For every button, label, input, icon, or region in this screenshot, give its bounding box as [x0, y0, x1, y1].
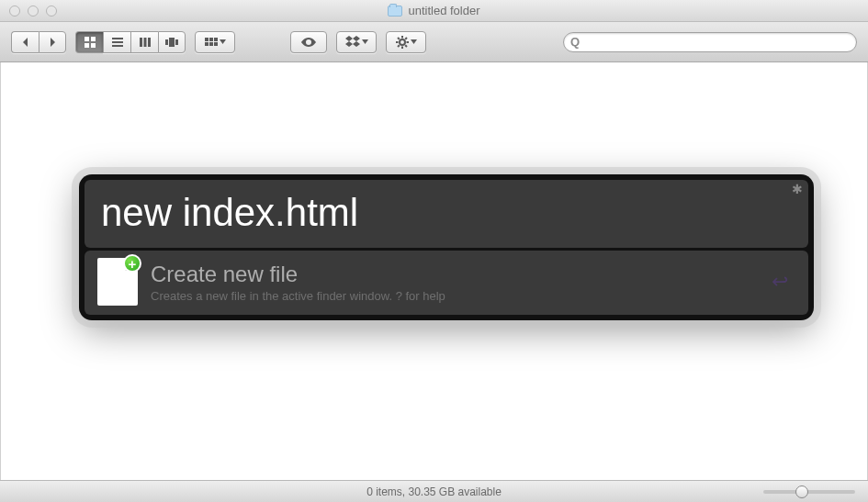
- svg-line-25: [405, 45, 407, 47]
- svg-rect-14: [209, 38, 213, 41]
- svg-rect-0: [85, 37, 89, 41]
- plus-badge-icon: +: [123, 254, 141, 273]
- svg-rect-4: [112, 38, 123, 39]
- svg-rect-3: [91, 43, 96, 48]
- action-button[interactable]: [386, 31, 426, 53]
- window-title-wrap: untitled folder: [0, 4, 868, 17]
- minimize-window-button[interactable]: [28, 6, 39, 17]
- window-titlebar: untitled folder: [0, 0, 868, 22]
- folder-icon: [388, 6, 402, 17]
- dropbox-icon: [345, 36, 360, 49]
- file-icon: +: [97, 258, 138, 306]
- svg-rect-11: [169, 38, 175, 47]
- svg-rect-17: [209, 42, 213, 46]
- dropbox-button[interactable]: [336, 31, 377, 53]
- status-bar: 0 items, 30.35 GB available: [0, 480, 868, 502]
- launcher-result[interactable]: + Create new file Creates a new file in …: [85, 251, 808, 315]
- search-wrap: Q: [563, 32, 857, 52]
- svg-rect-7: [140, 38, 142, 47]
- svg-line-26: [405, 38, 407, 39]
- svg-rect-10: [165, 39, 168, 45]
- window-title: untitled folder: [408, 4, 479, 17]
- svg-rect-15: [214, 38, 218, 41]
- chevron-down-icon: [411, 39, 417, 44]
- svg-rect-5: [112, 41, 123, 43]
- svg-rect-2: [85, 43, 89, 48]
- popup-settings-icon[interactable]: ✱: [792, 182, 803, 196]
- traffic-lights: [0, 6, 57, 17]
- return-key-icon: ↩: [772, 270, 795, 294]
- coverflow-view-button[interactable]: [158, 31, 186, 53]
- zoom-track: [763, 490, 855, 494]
- svg-rect-16: [205, 42, 209, 46]
- svg-rect-13: [205, 38, 209, 41]
- result-text: Create new file Creates a new file in th…: [151, 262, 759, 303]
- chevron-down-icon: [362, 39, 368, 44]
- status-text: 0 items, 30.35 GB available: [366, 485, 502, 498]
- svg-line-27: [398, 45, 400, 47]
- forward-button[interactable]: [39, 31, 66, 53]
- svg-rect-8: [143, 38, 146, 47]
- zoom-thumb[interactable]: [795, 485, 808, 498]
- toolbar: Q: [0, 22, 868, 62]
- result-title: Create new file: [151, 262, 759, 287]
- launcher-input[interactable]: [101, 191, 792, 235]
- svg-rect-12: [175, 39, 178, 45]
- columns-icon: [140, 38, 151, 47]
- back-button[interactable]: [11, 31, 39, 53]
- arrange-icon: [205, 38, 218, 47]
- coverflow-icon: [165, 38, 178, 47]
- icon-view-button[interactable]: [75, 31, 103, 53]
- chevron-right-icon: [49, 37, 57, 48]
- svg-rect-9: [148, 38, 151, 47]
- svg-point-19: [400, 39, 405, 45]
- svg-rect-1: [91, 37, 96, 41]
- grid-icon: [85, 37, 96, 48]
- launcher-popup: ✱ + Create new file Creates a new file i…: [79, 174, 814, 320]
- zoom-window-button[interactable]: [46, 6, 57, 17]
- svg-rect-6: [112, 45, 123, 47]
- launcher-input-row: [85, 180, 808, 248]
- svg-line-24: [398, 38, 400, 39]
- close-window-button[interactable]: [9, 6, 20, 17]
- eye-icon: [300, 38, 317, 47]
- search-icon: Q: [570, 35, 580, 49]
- list-icon: [112, 38, 123, 47]
- nav-segment: [11, 31, 66, 53]
- arrange-button[interactable]: [195, 31, 235, 53]
- result-subtitle: Creates a new file in the active finder …: [151, 289, 759, 303]
- gear-icon: [396, 36, 409, 49]
- view-segment: [75, 31, 186, 53]
- quicklook-button[interactable]: [290, 31, 327, 53]
- chevron-left-icon: [21, 37, 29, 48]
- zoom-slider[interactable]: [763, 485, 855, 498]
- svg-rect-18: [214, 42, 218, 46]
- column-view-button[interactable]: [130, 31, 158, 53]
- list-view-button[interactable]: [103, 31, 130, 53]
- search-input[interactable]: [563, 32, 857, 52]
- chevron-down-icon: [220, 39, 226, 44]
